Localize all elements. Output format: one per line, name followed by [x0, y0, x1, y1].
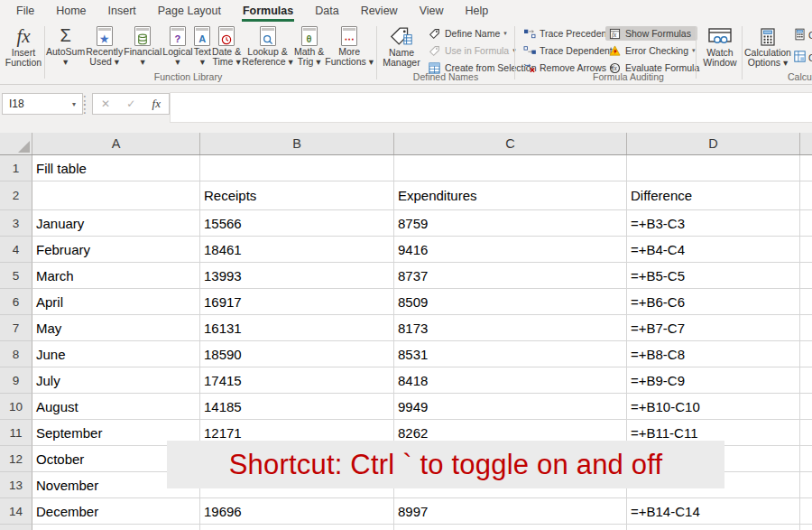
formula-input[interactable]	[170, 92, 812, 123]
formula-bar-drag-handle[interactable]: ⋮⋮	[78, 97, 91, 113]
cell-D6[interactable]: =+B6-C6	[627, 289, 800, 315]
col-header-D[interactable]: D	[627, 133, 800, 154]
cell-E6[interactable]	[800, 289, 812, 315]
select-all-corner[interactable]	[0, 133, 32, 154]
ribbon-error-checking-button[interactable]: Error Checking▾	[605, 43, 698, 58]
cell-D1[interactable]	[627, 155, 800, 181]
cell-E13[interactable]	[800, 472, 812, 498]
cell-D8[interactable]: =+B8-C8	[627, 341, 800, 367]
cell-B8[interactable]: 18590	[200, 341, 394, 367]
row-header-3[interactable]: 3	[0, 210, 32, 237]
row-header-9[interactable]: 9	[0, 367, 32, 394]
row-header-5[interactable]: 5	[0, 263, 32, 289]
cell-C7[interactable]: 8173	[394, 315, 627, 341]
col-header-B[interactable]: B	[200, 133, 394, 154]
cell-B6[interactable]: 16917	[200, 289, 394, 315]
cell-D3[interactable]: =+B3-C3	[627, 210, 800, 237]
cell-D14[interactable]: =+B14-C14	[627, 498, 800, 525]
calculation-options-button[interactable]: Calculation Options ▾	[743, 25, 792, 68]
cell-B3[interactable]: 15566	[200, 210, 394, 237]
col-header-A[interactable]: A	[32, 133, 200, 154]
row-header-4[interactable]: 4	[0, 237, 32, 263]
ribbon-date-time-button[interactable]: Date &Time ▾	[212, 24, 241, 67]
col-header-C[interactable]: C	[394, 133, 627, 154]
cell-E2[interactable]	[800, 181, 812, 210]
cell-A6[interactable]: April	[32, 289, 200, 315]
cell-C2[interactable]: Expenditures	[394, 181, 627, 210]
insert-function-button[interactable]: fx Insert Function	[3, 25, 44, 68]
cell-C8[interactable]: 8531	[394, 341, 627, 367]
cell-A4[interactable]: February	[32, 237, 200, 263]
cell-E10[interactable]	[800, 394, 812, 420]
cell-B1[interactable]	[200, 155, 394, 181]
cell-E14[interactable]	[800, 498, 812, 525]
row-header-14[interactable]: 14	[0, 498, 32, 525]
tab-help[interactable]: Help	[455, 0, 500, 22]
tab-insert[interactable]: Insert	[97, 0, 147, 22]
row-header-7[interactable]: 7	[0, 315, 32, 341]
ribbon-recently-used-button[interactable]: ★RecentlyUsed ▾	[86, 24, 123, 67]
cancel-icon[interactable]: ✕	[101, 98, 110, 110]
cell-C14[interactable]: 8997	[394, 498, 627, 525]
cell-A1[interactable]: Fill table	[32, 155, 200, 181]
cell-E12[interactable]	[800, 446, 812, 472]
cell-A9[interactable]: July	[32, 367, 200, 394]
cell-A5[interactable]: March	[32, 263, 200, 289]
cell-E15[interactable]	[800, 525, 812, 530]
cell-E3[interactable]	[800, 210, 812, 237]
cell-C3[interactable]: 8759	[394, 210, 627, 237]
cell-B4[interactable]: 18461	[200, 237, 394, 263]
cell-A7[interactable]: May	[32, 315, 200, 341]
row-header-12[interactable]: 12	[0, 446, 32, 472]
cell-A10[interactable]: August	[32, 394, 200, 420]
ribbon-financial-button[interactable]: Financial▾	[124, 24, 161, 67]
fx-insert-function-icon[interactable]: fx	[152, 97, 161, 111]
ribbon-logical-button[interactable]: ?Logical▾	[162, 24, 192, 67]
cell-D9[interactable]: =+B9-C9	[627, 367, 800, 394]
tab-data[interactable]: Data	[304, 0, 349, 22]
ribbon-text-button[interactable]: AText▾	[194, 24, 211, 67]
name-box[interactable]: I18 ▾	[2, 93, 83, 115]
row-header-1[interactable]: 1	[0, 155, 32, 181]
cell-B14[interactable]: 19696	[200, 498, 394, 525]
cell-A8[interactable]: June	[32, 341, 200, 367]
cell-C9[interactable]: 8418	[394, 367, 627, 394]
cell-E5[interactable]	[800, 263, 812, 289]
ribbon-autosum-button[interactable]: ΣAutoSum▾	[46, 24, 85, 67]
cell-E4[interactable]	[800, 237, 812, 263]
cell-E1[interactable]	[800, 155, 812, 181]
row-header-10[interactable]: 10	[0, 394, 32, 420]
name-box-dropdown-icon[interactable]: ▾	[72, 100, 76, 108]
tab-file[interactable]: File	[5, 0, 45, 22]
cell-B5[interactable]: 13993	[200, 263, 394, 289]
cell-B15[interactable]	[200, 525, 394, 530]
cell-B2[interactable]: Receipts	[200, 181, 394, 210]
tab-formulas[interactable]: Formulas	[232, 0, 304, 22]
cell-D4[interactable]: =+B4-C4	[627, 237, 800, 263]
calculate-sheet-button[interactable]: Ca	[794, 51, 812, 64]
cell-E11[interactable]	[800, 420, 812, 446]
ribbon-show-formulas-button[interactable]: fxShow Formulas	[605, 26, 697, 41]
cell-C4[interactable]: 9416	[394, 237, 627, 263]
cell-D10[interactable]: =+B10-C10	[627, 394, 800, 420]
cell-E9[interactable]	[800, 367, 812, 394]
watch-window-button[interactable]: Watch Window	[699, 25, 741, 68]
tab-view[interactable]: View	[409, 0, 455, 22]
cell-A3[interactable]: January	[32, 210, 200, 237]
tab-page-layout[interactable]: Page Layout	[147, 0, 232, 22]
cell-D2[interactable]: Difference	[627, 181, 800, 210]
cell-C1[interactable]	[394, 155, 627, 181]
cell-B10[interactable]: 14185	[200, 394, 394, 420]
ribbon-more-functions-button[interactable]: ⋯MoreFunctions ▾	[325, 24, 374, 67]
cell-A14[interactable]: December	[32, 498, 200, 525]
cell-C5[interactable]: 8737	[394, 263, 627, 289]
tab-home[interactable]: Home	[45, 0, 97, 22]
tab-review[interactable]: Review	[350, 0, 409, 22]
cell-A2[interactable]	[32, 181, 200, 210]
cell-B7[interactable]: 16131	[200, 315, 394, 341]
cell-E7[interactable]	[800, 315, 812, 341]
name-manager-button[interactable]: Name Manager	[380, 25, 423, 68]
cell-C15[interactable]	[394, 525, 627, 530]
cell-B9[interactable]: 17415	[200, 367, 394, 394]
cell-A15[interactable]	[32, 525, 200, 530]
